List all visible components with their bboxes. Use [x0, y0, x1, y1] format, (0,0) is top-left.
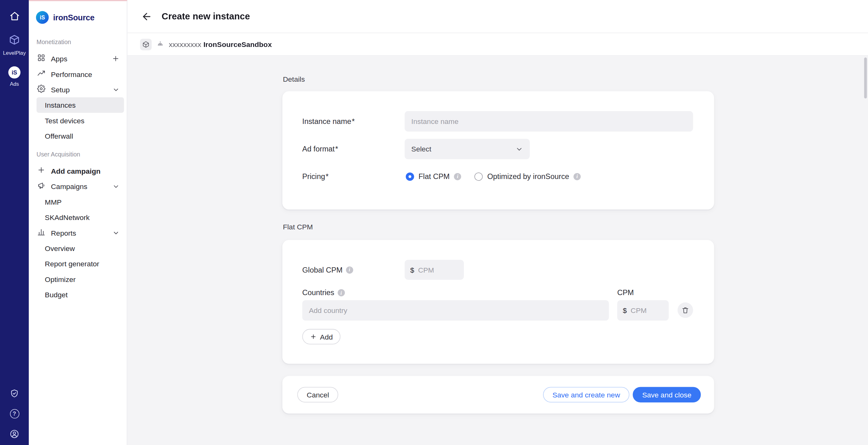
sidebar-item-label: Overview: [45, 244, 75, 252]
info-icon[interactable]: [574, 173, 581, 180]
global-cpm-input[interactable]: [418, 266, 459, 274]
rail-item-home[interactable]: [0, 11, 29, 24]
levelplay-label: LevelPlay: [3, 50, 26, 56]
brand: iS ironSource: [29, 1, 127, 25]
sidebar-item-optimizer[interactable]: Optimizer: [29, 271, 127, 287]
add-country-input[interactable]: [302, 300, 609, 320]
sidebar-item-label: Optimizer: [45, 275, 75, 283]
ads-label: Ads: [10, 81, 19, 87]
help-icon: [10, 409, 19, 418]
ironsource-logo-icon: iS: [36, 11, 49, 24]
info-icon[interactable]: [346, 266, 353, 274]
app-rail: LevelPlay iS Ads: [0, 0, 29, 445]
flat-cpm-radio-label: Flat CPM: [418, 172, 450, 180]
add-app-icon[interactable]: [112, 55, 120, 63]
save-and-create-new-button[interactable]: Save and create new: [543, 387, 629, 403]
required-asterisk: *: [352, 117, 355, 126]
sidebar-item-performance[interactable]: Performance: [29, 66, 127, 82]
android-icon: [156, 40, 164, 48]
app-name: IronSourceSandbox: [204, 40, 272, 48]
country-cpm-field: $: [617, 300, 669, 320]
instance-name-input[interactable]: [405, 111, 693, 131]
ad-format-select[interactable]: Select: [405, 139, 530, 159]
pricing-row: Pricing* Flat CPM Optimized by ironSourc…: [302, 172, 693, 180]
sidebar-item-label: Performance: [51, 70, 92, 78]
gear-icon: [37, 84, 45, 95]
instance-name-label: Instance name*: [302, 117, 405, 126]
sidebar-item-overview[interactable]: Overview: [29, 240, 127, 256]
sidebar-item-add-campaign[interactable]: Add campaign: [29, 163, 127, 178]
footer-actions-card: Cancel Save and create new Save and clos…: [282, 376, 714, 413]
app-icon: [140, 38, 152, 50]
instance-name-row: Instance name*: [302, 111, 693, 131]
optimized-radio[interactable]: [474, 172, 483, 180]
scrollbar[interactable]: [864, 58, 867, 99]
bar-chart-icon: [37, 228, 45, 238]
sidebar-item-report-generator[interactable]: Report generator: [29, 256, 127, 271]
back-button[interactable]: [140, 10, 153, 23]
page-header: Create new instance: [127, 0, 868, 33]
flat-cpm-radio[interactable]: [406, 172, 414, 180]
delete-country-row-button[interactable]: [678, 302, 693, 318]
trend-chart-icon: [37, 69, 45, 79]
optimized-radio-label: Optimized by ironSource: [487, 172, 569, 180]
currency-symbol: $: [623, 306, 627, 314]
ad-format-selected-value: Select: [411, 145, 432, 153]
sidebar-item-label: SKAdNetwork: [45, 213, 90, 221]
sidebar-item-label: Offerwall: [45, 132, 73, 140]
info-icon[interactable]: [338, 289, 345, 296]
global-cpm-row: Global CPM $: [302, 260, 693, 280]
sidebar-item-label: Test devices: [45, 116, 84, 125]
ad-format-label: Ad format*: [302, 145, 405, 153]
page-title: Create new instance: [162, 11, 250, 22]
sidebar-item-instances[interactable]: Instances: [37, 97, 124, 113]
countries-label: Countries: [302, 288, 345, 297]
sidebar-item-label: MMP: [45, 198, 62, 206]
user-icon: [9, 429, 20, 441]
chevron-down-icon: [113, 86, 120, 93]
currency-symbol: $: [410, 266, 414, 274]
cancel-button[interactable]: Cancel: [298, 387, 339, 403]
sidebar-item-setup[interactable]: Setup: [29, 82, 127, 97]
rail-item-ads[interactable]: iS Ads: [0, 66, 29, 87]
country-cpm-input[interactable]: [631, 306, 663, 314]
sidebar-item-offerwall[interactable]: Offerwall: [29, 128, 127, 144]
sidebar-item-campaigns[interactable]: Campaigns: [29, 179, 127, 194]
rail-item-privacy[interactable]: [0, 389, 29, 401]
rail-item-help[interactable]: [0, 409, 29, 418]
sidebar-item-test-devices[interactable]: Test devices: [29, 113, 127, 128]
plus-icon: [310, 333, 316, 340]
ad-format-row: Ad format* Select: [302, 139, 693, 159]
details-card: Instance name* Ad format* Select Pricing…: [282, 91, 714, 209]
ads-logo-icon: iS: [8, 66, 20, 78]
rail-item-levelplay[interactable]: LevelPlay: [0, 34, 29, 56]
info-icon[interactable]: [454, 173, 461, 180]
levelplay-icon: [9, 34, 20, 47]
home-icon: [9, 11, 20, 24]
section-label-monetization: Monetization: [37, 39, 127, 45]
content-area: Details Instance name* Ad format* Select…: [127, 56, 868, 445]
section-label-user-acquisition: User Acquisition: [37, 151, 127, 158]
pricing-label: Pricing*: [302, 172, 405, 180]
rail-item-account[interactable]: [0, 429, 29, 441]
chevron-down-icon: [113, 229, 120, 236]
sidebar-item-label: Instances: [45, 101, 75, 109]
sidebar-item-label: Setup: [51, 85, 70, 94]
cpm-column-label: CPM: [617, 288, 634, 297]
grid-icon: [37, 54, 45, 64]
sidebar-item-label: Campaigns: [51, 182, 87, 190]
plus-icon: [37, 166, 45, 176]
details-section-title: Details: [283, 75, 305, 83]
sidebar-item-skadnetwork[interactable]: SKAdNetwork: [29, 210, 127, 225]
sidebar-item-budget[interactable]: Budget: [29, 287, 127, 302]
app-context-bar[interactable]: xxxxxxxxx IronSourceSandbox: [127, 33, 868, 56]
sidebar-item-apps[interactable]: Apps: [29, 51, 127, 66]
shield-icon: [9, 389, 20, 401]
required-asterisk: *: [335, 145, 338, 153]
add-country-row-button[interactable]: Add: [302, 329, 341, 344]
sidebar-item-mmp[interactable]: MMP: [29, 194, 127, 209]
sidebar-item-reports[interactable]: Reports: [29, 225, 127, 240]
chevron-down-icon: [113, 183, 120, 190]
save-and-close-button[interactable]: Save and close: [633, 387, 701, 403]
sidebar-item-label: Budget: [45, 290, 68, 299]
